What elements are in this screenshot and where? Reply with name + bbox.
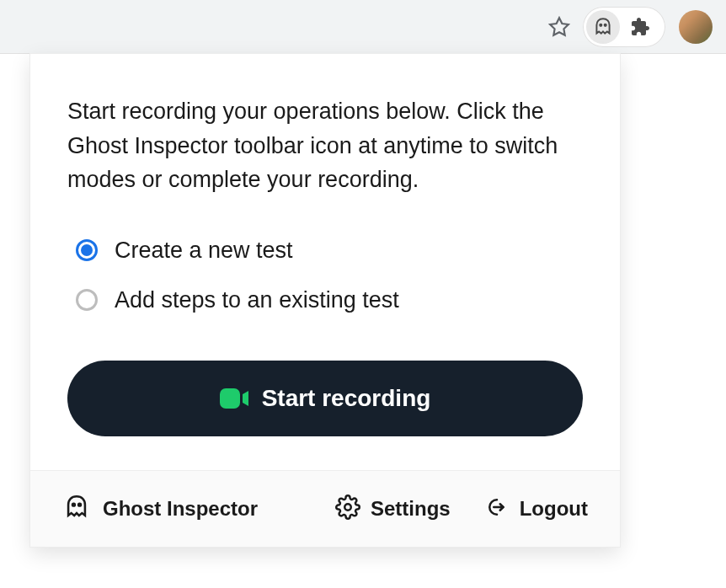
extensions-pill bbox=[583, 7, 665, 47]
radio-button-unselected-icon bbox=[76, 289, 98, 311]
settings-link[interactable]: Settings bbox=[335, 494, 451, 523]
extension-popup: Start recording your operations below. C… bbox=[30, 54, 620, 547]
radio-add-steps-existing[interactable]: Add steps to an existing test bbox=[76, 287, 583, 313]
logout-icon bbox=[484, 494, 510, 523]
logout-link[interactable]: Logout bbox=[484, 494, 588, 523]
popup-content: Start recording your operations below. C… bbox=[30, 54, 620, 470]
extensions-puzzle-icon[interactable] bbox=[623, 10, 657, 44]
bookmark-star-icon[interactable] bbox=[542, 10, 576, 44]
svg-point-1 bbox=[600, 24, 601, 25]
logout-label: Logout bbox=[520, 497, 588, 521]
ghost-icon bbox=[62, 493, 91, 525]
start-button-label: Start recording bbox=[262, 385, 431, 412]
radio-button-selected-icon bbox=[76, 239, 98, 261]
user-avatar[interactable] bbox=[679, 10, 713, 44]
video-camera-icon bbox=[220, 388, 248, 409]
ghost-inspector-extension-icon[interactable] bbox=[586, 10, 620, 44]
settings-label: Settings bbox=[371, 497, 451, 521]
gear-icon bbox=[335, 494, 360, 523]
svg-point-2 bbox=[605, 24, 606, 25]
radio-label: Create a new test bbox=[115, 238, 293, 264]
instruction-text: Start recording your operations below. C… bbox=[67, 94, 583, 197]
svg-point-6 bbox=[344, 504, 351, 510]
svg-point-4 bbox=[72, 503, 75, 505]
mode-radio-group: Create a new test Add steps to an existi… bbox=[67, 238, 583, 313]
svg-marker-0 bbox=[550, 18, 569, 35]
radio-create-new-test[interactable]: Create a new test bbox=[76, 238, 583, 264]
svg-rect-3 bbox=[220, 388, 240, 409]
browser-toolbar bbox=[0, 0, 726, 54]
brand-link[interactable]: Ghost Inspector bbox=[62, 493, 258, 525]
brand-name: Ghost Inspector bbox=[103, 497, 258, 521]
popup-footer: Ghost Inspector Settings Logout bbox=[30, 470, 620, 547]
svg-point-5 bbox=[78, 503, 81, 505]
radio-label: Add steps to an existing test bbox=[115, 287, 399, 313]
start-recording-button[interactable]: Start recording bbox=[67, 361, 583, 436]
